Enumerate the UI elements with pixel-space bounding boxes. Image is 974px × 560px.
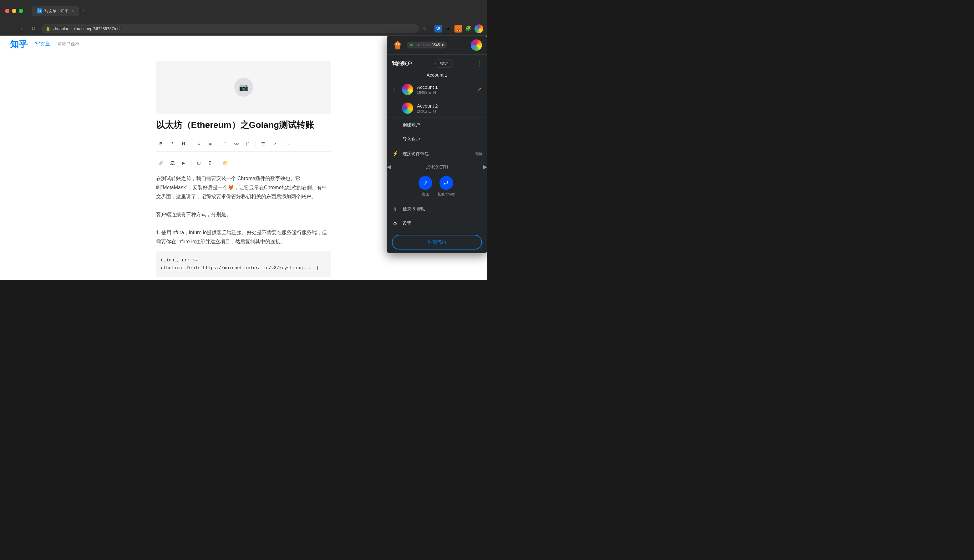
bookmark-icon[interactable]: ☆ xyxy=(423,26,427,32)
mm-network-selector[interactable]: Localhost 8545 ▾ xyxy=(407,42,447,48)
tab-close-button[interactable]: ✕ xyxy=(71,9,74,13)
video-button[interactable]: ▶ xyxy=(178,158,188,168)
body-paragraph-2: 客户端连接有三种方式，分别是。 xyxy=(156,210,331,219)
minimize-window-button[interactable] xyxy=(12,9,16,13)
import-account-item[interactable]: ↓ 导入账户 xyxy=(387,132,487,147)
settings-item[interactable]: ⚙ 设置 xyxy=(387,217,487,231)
quote-button[interactable]: " xyxy=(220,139,230,149)
account-2-name: Account 2 xyxy=(417,103,482,108)
editor-toolbar-row2: 🔗 🖼 ▶ ⊞ Σ 📁 xyxy=(156,157,331,169)
browser-chrome: 知 写文章 - 知乎 ✕ + xyxy=(0,0,487,22)
import-account-icon: ↓ xyxy=(392,136,398,143)
write-nav-item[interactable]: 写文章 xyxy=(35,41,50,48)
metamask-logo xyxy=(392,39,403,51)
code-inline-button[interactable]: </> xyxy=(232,139,242,149)
account-item-1[interactable]: ✓ Account 1 19498 ETH ↗ xyxy=(387,80,487,99)
cover-placeholder[interactable]: 📷 xyxy=(156,61,331,114)
lock-button[interactable]: 锁定 xyxy=(435,59,453,68)
gear-icon: ⚙ xyxy=(392,220,398,227)
mm-header: Localhost 8545 ▾ xyxy=(387,36,487,55)
account-1-name: Account 1 xyxy=(417,84,474,90)
metamask-popup: Localhost 8545 ▾ 我的账户 锁定 ⋮ Account 1 ✓ xyxy=(387,36,487,253)
tab-title: 写文章 - 知乎 xyxy=(44,8,68,14)
settings-label: 设置 xyxy=(402,221,482,227)
balance-nav-left-icon[interactable]: ◀ xyxy=(387,164,391,170)
address-bar[interactable]: 🔒 zhuanlan.zhihu.com/p/367285757/edit xyxy=(41,24,419,33)
mm-balance-value: 19498 ETH xyxy=(426,165,448,170)
body-paragraph-1: 在测试转账之前，我们需要安装一个 Chrome插件的数字钱包。它叫"MetaMa… xyxy=(156,174,331,201)
send-circle-icon: ↗ xyxy=(419,176,432,190)
info-help-item[interactable]: ℹ 信息 & 帮助 xyxy=(387,202,487,217)
my-accounts-title: 我的账户 xyxy=(392,60,412,67)
google-drive-extension-icon[interactable]: ▲ xyxy=(444,25,452,33)
italic-button[interactable]: I xyxy=(167,139,177,149)
hardware-wallet-label: 连接硬件钱包 xyxy=(402,151,470,157)
kebab-menu-icon[interactable]: ⋮ xyxy=(476,60,482,67)
account-checkmark-icon: ✓ xyxy=(392,87,398,93)
info-help-label: 信息 & 帮助 xyxy=(402,207,482,212)
heading-button[interactable]: H xyxy=(178,139,188,149)
chrome-profile-icon[interactable] xyxy=(474,24,483,33)
toolbar-divider-3 xyxy=(255,141,256,147)
create-account-label: 创建账户 xyxy=(402,122,482,128)
create-account-item[interactable]: + 创建账户 xyxy=(387,118,487,132)
url-text: zhuanlan.zhihu.com/p/367285757/edit xyxy=(53,26,122,31)
metamask-extension-icon[interactable]: 🦊 xyxy=(454,25,462,33)
mm-avatar[interactable] xyxy=(471,39,482,51)
svg-point-9 xyxy=(399,44,399,44)
toolbar-divider-2 xyxy=(218,141,218,147)
account-1-arrow-icon: ↗ xyxy=(477,86,482,93)
close-window-button[interactable] xyxy=(5,9,9,13)
hardware-wallet-item[interactable]: ⚡ 连接硬件钱包 活动 xyxy=(387,147,487,161)
table-button[interactable]: ⊞ xyxy=(194,158,204,168)
back-button[interactable]: ← xyxy=(4,24,13,33)
current-account-label: Account 1 xyxy=(387,71,487,80)
folder-button[interactable]: 📁 xyxy=(220,158,230,168)
formula-button[interactable]: Σ xyxy=(205,158,215,168)
bold-button[interactable]: B xyxy=(156,139,166,149)
word-extension-icon[interactable]: W xyxy=(434,25,442,33)
balance-nav-right-icon[interactable]: ▶ xyxy=(483,164,487,170)
account-item-2[interactable]: Account 2 20302 ETH xyxy=(387,99,487,118)
reload-button[interactable]: ↻ xyxy=(29,24,38,33)
ordered-list-button[interactable]: ≡ xyxy=(194,139,204,149)
new-tab-button[interactable]: + xyxy=(82,8,85,14)
unordered-list-button[interactable]: ≣ xyxy=(205,139,215,149)
mm-network-label: Localhost 8545 xyxy=(414,43,440,47)
account-2-avatar xyxy=(402,103,413,114)
toolbar-divider-1 xyxy=(191,141,192,147)
fullscreen-window-button[interactable] xyxy=(19,9,23,13)
code-block-text: client, err := ethclient.Dial("https://m… xyxy=(161,258,319,270)
more-options-button[interactable]: ··· xyxy=(285,139,295,149)
send-action-button[interactable]: ↗ 发送 xyxy=(419,176,432,197)
account-avatar xyxy=(471,39,482,51)
swap-circle-icon: ⇄ xyxy=(439,176,453,190)
extensions-icon[interactable]: 🧩 xyxy=(464,25,472,33)
clear-format-button[interactable]: ↗ xyxy=(270,139,280,149)
mm-accounts-list: ✓ Account 1 19498 ETH ↗ Account 2 2 xyxy=(387,80,487,118)
code-block-button[interactable]: [ ] xyxy=(243,139,253,149)
account-1-info: Account 1 19498 ETH xyxy=(417,84,474,95)
info-icon: ℹ xyxy=(392,206,398,212)
network-status-dot xyxy=(410,44,412,46)
active-tab[interactable]: 知 写文章 - 知乎 ✕ xyxy=(32,6,79,16)
link-button[interactable]: 🔗 xyxy=(156,158,166,168)
activity-label: 活动 xyxy=(474,151,482,157)
hardware-wallet-icon: ⚡ xyxy=(392,151,398,157)
chevron-down-icon: ▾ xyxy=(442,43,444,47)
tab-bar: 知 写文章 - 知乎 ✕ + xyxy=(32,6,482,16)
forward-button[interactable]: → xyxy=(16,24,25,33)
editor-area: 📷 以太坊（Ethereum）之Golang测试转账 B I H ≡ ≣ " <… xyxy=(81,61,406,280)
add-token-button[interactable]: 添加代币 xyxy=(392,235,482,250)
main-content: 知乎 写文章 草稿已保存 ≡ 邀请预览 📷 以太坊（Ethereum）之Gola… xyxy=(0,36,487,280)
toolbar-divider-6 xyxy=(218,160,218,166)
account-2-info: Account 2 20302 ETH xyxy=(417,103,482,113)
account-2-balance: 20302 ETH xyxy=(417,109,482,113)
swap-action-button[interactable]: ⇄ 兑换 Swap xyxy=(437,176,455,197)
align-button[interactable]: ☰ xyxy=(259,139,269,149)
extension-icons: W ▲ 🦊 🧩 xyxy=(434,24,483,33)
send-label: 发送 xyxy=(422,192,429,197)
svg-point-8 xyxy=(396,44,397,44)
image-button[interactable]: 🖼 xyxy=(167,158,177,168)
article-title[interactable]: 以太坊（Ethereum）之Golang测试转账 xyxy=(156,119,331,131)
